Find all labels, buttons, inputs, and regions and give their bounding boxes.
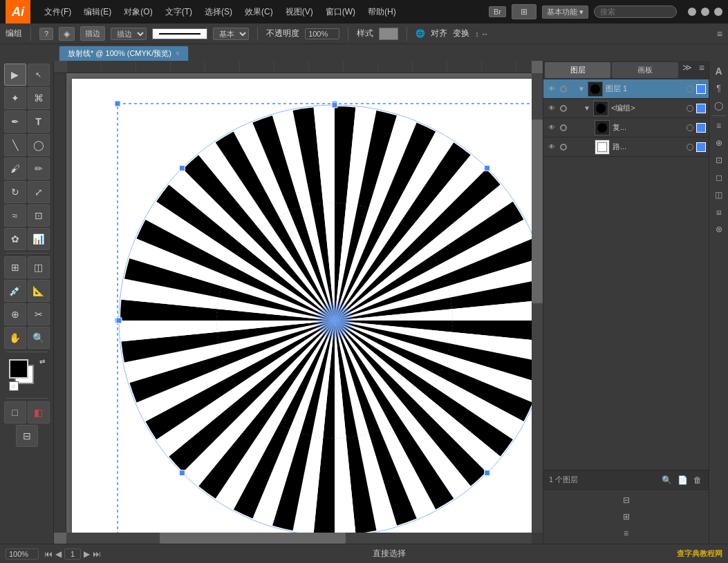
canvas-area[interactable] bbox=[54, 61, 543, 544]
page-input[interactable] bbox=[64, 548, 81, 560]
layer-row-copy[interactable]: 👁 复... bbox=[543, 118, 709, 137]
rotate-tool[interactable]: ↻ bbox=[4, 181, 26, 203]
menu-select[interactable]: 选择(S) bbox=[199, 3, 238, 21]
line-tool[interactable]: ╲ bbox=[4, 134, 26, 156]
mesh-tool[interactable]: ⊞ bbox=[4, 256, 26, 278]
path-visibility-circle[interactable] bbox=[687, 144, 693, 151]
menu-window[interactable]: 窗口(W) bbox=[320, 3, 361, 21]
isolate-btn[interactable]: ◈ bbox=[59, 27, 75, 41]
swap-colors-icon[interactable]: ⇄ bbox=[39, 358, 45, 365]
scale-tool[interactable]: ⤢ bbox=[28, 181, 50, 203]
screen-mode-btn[interactable]: ⊟ bbox=[16, 425, 38, 447]
minimize-button[interactable] bbox=[688, 8, 696, 16]
layer-group-eye[interactable]: 👁 bbox=[546, 103, 557, 114]
magic-wand-tool[interactable]: ✦ bbox=[4, 87, 26, 109]
gradient2-icon[interactable]: ◫ bbox=[711, 187, 727, 202]
ellipse-tool[interactable]: ◯ bbox=[28, 134, 50, 156]
transparency-icon[interactable]: ⧆ bbox=[711, 204, 727, 220]
eyedropper-tool[interactable]: 💉 bbox=[4, 280, 26, 302]
arrange-icon[interactable]: ⊞ bbox=[512, 4, 536, 19]
last-page-btn[interactable]: ⏭ bbox=[93, 549, 101, 559]
toolbar-more[interactable]: ≡ bbox=[717, 28, 722, 39]
zoom-tool[interactable]: 🔍 bbox=[28, 327, 50, 349]
layers-tab[interactable]: 图层 bbox=[545, 62, 610, 78]
free-transform-tool[interactable]: ⊡ bbox=[28, 204, 50, 227]
panel-menu-btn[interactable]: ≡ bbox=[696, 62, 707, 78]
menu-effect[interactable]: 效果(C) bbox=[239, 3, 279, 21]
layer-row-path[interactable]: 👁 路... bbox=[543, 137, 709, 157]
lasso-tool[interactable]: ⌘ bbox=[28, 87, 50, 109]
copy-target[interactable] bbox=[560, 124, 567, 131]
panel-more-btn[interactable]: ≫ bbox=[680, 62, 695, 78]
direct-select-tool[interactable]: ↖ bbox=[28, 64, 50, 86]
layer-group-target[interactable] bbox=[560, 105, 567, 112]
stroke-style-select[interactable]: 描边 bbox=[111, 28, 147, 40]
copy-visibility-circle[interactable] bbox=[687, 124, 693, 131]
stroke-type-select[interactable]: 基本 bbox=[213, 28, 249, 40]
properties-panel-icon[interactable]: ≡ bbox=[619, 526, 634, 541]
pathfinder-icon[interactable]: ⊕ bbox=[711, 135, 727, 151]
prev-page-btn[interactable]: ◀ bbox=[55, 549, 62, 559]
layer-1-visibility-circle[interactable] bbox=[687, 86, 693, 93]
search-input[interactable] bbox=[594, 6, 677, 18]
scrollbar-vertical[interactable] bbox=[532, 73, 543, 533]
layer-row-group[interactable]: 👁 ▼ <编组> bbox=[543, 99, 709, 118]
fg-color-box[interactable] bbox=[9, 359, 28, 379]
style-preview[interactable] bbox=[379, 28, 398, 40]
layers-new-btn[interactable]: 📄 bbox=[676, 474, 689, 486]
layers-delete-btn[interactable]: 🗑 bbox=[692, 474, 703, 486]
tab-close-btn[interactable]: × bbox=[176, 50, 180, 57]
close-button[interactable] bbox=[714, 8, 722, 16]
first-page-btn[interactable]: ⏮ bbox=[44, 549, 53, 559]
layer-1-target[interactable] bbox=[560, 86, 567, 93]
pen-tool[interactable]: ✒ bbox=[4, 111, 26, 133]
pencil-tool[interactable]: ✏ bbox=[28, 158, 50, 180]
layer-row-1[interactable]: 👁 ▼ 图层 1 bbox=[543, 79, 709, 99]
document-tab[interactable]: 放射线* @ 100% (CMYK/预览) × bbox=[59, 46, 189, 61]
layers-search-btn[interactable]: 🔍 bbox=[660, 474, 673, 486]
artboards-tab[interactable]: 画板 bbox=[612, 62, 678, 78]
align-icon[interactable]: ≡ bbox=[711, 118, 727, 133]
path-target[interactable] bbox=[560, 144, 567, 151]
menu-file[interactable]: 文件(F) bbox=[39, 3, 77, 21]
warp-tool[interactable]: ≈ bbox=[4, 204, 26, 227]
transform2-icon[interactable]: ⊡ bbox=[711, 153, 727, 168]
group-expand[interactable]: ▼ bbox=[584, 104, 590, 112]
layer-1-expand[interactable]: ▼ bbox=[578, 85, 585, 93]
stroke2-icon[interactable]: ◻ bbox=[711, 170, 727, 185]
measure-tool[interactable]: 📐 bbox=[28, 280, 50, 302]
group-visibility-circle[interactable] bbox=[687, 105, 693, 112]
menu-help[interactable]: 帮助(H) bbox=[362, 3, 402, 21]
symbol-tool[interactable]: ✿ bbox=[4, 228, 26, 250]
scrollbar-v-thumb[interactable] bbox=[532, 120, 543, 303]
hand-tool[interactable]: ✋ bbox=[4, 327, 26, 349]
normal-mode-btn[interactable]: □ bbox=[4, 401, 26, 423]
workspace-selector[interactable]: 基本功能 ▾ bbox=[542, 6, 588, 19]
blend-tool[interactable]: ⊕ bbox=[4, 303, 26, 325]
layers-panel-icon[interactable]: ⊟ bbox=[619, 493, 634, 508]
zoom-input[interactable] bbox=[6, 548, 39, 560]
text-tool[interactable]: T bbox=[28, 111, 50, 133]
appearance-icon[interactable]: ⊛ bbox=[711, 222, 727, 237]
menu-object[interactable]: 对象(O) bbox=[118, 3, 158, 21]
paragraph-icon[interactable]: ¶ bbox=[711, 81, 727, 96]
artboard-panel-icon[interactable]: ⊞ bbox=[619, 509, 634, 524]
path-eye[interactable]: 👁 bbox=[546, 142, 557, 153]
stroke-btn[interactable]: 描边 bbox=[80, 26, 105, 41]
layer-1-eye[interactable]: 👁 bbox=[546, 84, 557, 95]
scrollbar-horizontal[interactable] bbox=[66, 533, 532, 544]
bridge-button[interactable]: Br bbox=[489, 6, 506, 17]
select-tool[interactable]: ▶ bbox=[4, 64, 26, 86]
menu-edit[interactable]: 编辑(E) bbox=[78, 3, 117, 21]
none-color-icon[interactable]: ⊘ bbox=[9, 381, 19, 391]
scissors-tool[interactable]: ✂ bbox=[28, 303, 50, 325]
menu-text[interactable]: 文字(T) bbox=[160, 3, 198, 21]
maximize-button[interactable] bbox=[701, 8, 709, 16]
paintbrush-tool[interactable]: 🖌 bbox=[4, 158, 26, 180]
type-icon[interactable]: A bbox=[711, 64, 727, 79]
circle-icon[interactable]: ◯ bbox=[711, 98, 727, 113]
question-btn[interactable]: ? bbox=[39, 28, 53, 40]
menu-view[interactable]: 视图(V) bbox=[280, 3, 319, 21]
mask-mode-btn[interactable]: ◧ bbox=[28, 401, 50, 423]
column-graph-tool[interactable]: 📊 bbox=[28, 228, 50, 250]
